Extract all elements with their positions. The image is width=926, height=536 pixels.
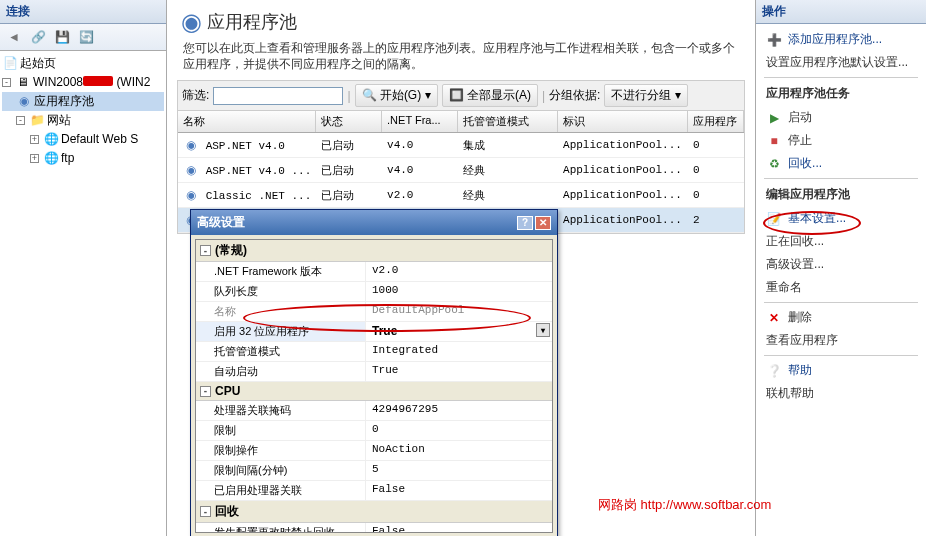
category-general[interactable]: -(常规) bbox=[196, 240, 552, 262]
back-icon: ◄ bbox=[6, 29, 22, 45]
table-row[interactable]: ◉ Classic .NET ...已启动v2.0经典ApplicationPo… bbox=[178, 183, 744, 208]
group-select[interactable]: 不进行分组 ▾ bbox=[604, 84, 687, 107]
action-add-pool[interactable]: ➕添加应用程序池... bbox=[756, 28, 926, 51]
tree-label: ftp bbox=[61, 150, 74, 167]
connect-button[interactable]: 🔗 bbox=[27, 26, 49, 48]
tree-site-default[interactable]: +🌐Default Web S bbox=[2, 130, 164, 149]
tree-sites[interactable]: -📁网站 bbox=[2, 111, 164, 130]
connections-header: 连接 bbox=[0, 0, 166, 24]
expand-icon[interactable]: + bbox=[30, 154, 39, 163]
action-basic-settings[interactable]: 📝基本设置... bbox=[756, 207, 926, 230]
prop-net-version[interactable]: .NET Framework 版本v2.0 bbox=[196, 262, 552, 282]
col-apps[interactable]: 应用程序 bbox=[688, 111, 744, 132]
globe-icon: 🌐 bbox=[43, 132, 59, 148]
action-stop[interactable]: ■停止 bbox=[756, 129, 926, 152]
help-icon: ❔ bbox=[766, 363, 782, 379]
collapse-icon[interactable]: - bbox=[200, 506, 211, 517]
expand-icon[interactable]: + bbox=[30, 135, 39, 144]
prop-enable-32bit[interactable]: 启用 32 位应用程序True▾ bbox=[196, 322, 552, 342]
tree-server[interactable]: -🖥WIN2008 (WIN2 bbox=[2, 73, 164, 92]
group-label: 分组依据: bbox=[549, 87, 600, 104]
dialog-title: 高级设置 bbox=[197, 214, 245, 231]
prop-name[interactable]: 名称DefaultAppPool bbox=[196, 302, 552, 322]
recycle-icon: ♻ bbox=[766, 156, 782, 172]
action-view-apps[interactable]: 查看应用程序 bbox=[756, 329, 926, 352]
prop-disable-recycle-config[interactable]: 发生配置更改时禁止回收False bbox=[196, 523, 552, 533]
prop-limit-action[interactable]: 限制操作NoAction bbox=[196, 441, 552, 461]
action-start[interactable]: ▶启动 bbox=[756, 106, 926, 129]
title-area: ◉ 应用程序池 bbox=[167, 0, 755, 40]
prop-queue-length[interactable]: 队列长度1000 bbox=[196, 282, 552, 302]
actions-header: 操作 bbox=[756, 0, 926, 24]
refresh-button[interactable]: 🔄 bbox=[75, 26, 97, 48]
section-pool-tasks: 应用程序池任务 bbox=[756, 81, 926, 106]
delete-icon: ✕ bbox=[766, 310, 782, 326]
stop-icon: ■ bbox=[766, 133, 782, 149]
col-status[interactable]: 状态 bbox=[316, 111, 382, 132]
table-row[interactable]: ◉ ASP.NET v4.0已启动v4.0集成ApplicationPool..… bbox=[178, 133, 744, 158]
watermark: 网路岗 http://www.softbar.com bbox=[598, 496, 771, 514]
tree-label: 应用程序池 bbox=[34, 93, 94, 110]
show-all-button[interactable]: 🔲 全部显示(A) bbox=[442, 84, 538, 107]
folder-icon: 📁 bbox=[29, 113, 45, 129]
dialog-help-button[interactable]: ? bbox=[517, 216, 533, 230]
col-name[interactable]: 名称 bbox=[178, 111, 316, 132]
prop-affinity-mask[interactable]: 处理器关联掩码4294967295 bbox=[196, 401, 552, 421]
dialog-titlebar[interactable]: 高级设置 ? ✕ bbox=[191, 210, 557, 235]
col-net[interactable]: .NET Fra... bbox=[382, 111, 458, 132]
tree-label: 网站 bbox=[47, 112, 71, 129]
pool-icon: ◉ bbox=[183, 14, 199, 30]
action-set-defaults[interactable]: 设置应用程序池默认设置... bbox=[756, 51, 926, 74]
action-advanced[interactable]: 高级设置... bbox=[756, 253, 926, 276]
collapse-icon[interactable]: - bbox=[200, 245, 211, 256]
filter-input[interactable] bbox=[213, 87, 343, 105]
page-description: 您可以在此页上查看和管理服务器上的应用程序池列表。应用程序池与工作进程相关联，包… bbox=[167, 40, 755, 80]
save-icon: 💾 bbox=[54, 29, 70, 45]
start-filter-button[interactable]: 🔍 开始(G) ▾ bbox=[355, 84, 438, 107]
col-identity[interactable]: 标识 bbox=[558, 111, 688, 132]
property-grid: -(常规) .NET Framework 版本v2.0 队列长度1000 名称D… bbox=[195, 239, 553, 533]
action-rename[interactable]: 重命名 bbox=[756, 276, 926, 299]
category-cpu[interactable]: -CPU bbox=[196, 382, 552, 401]
globe-icon: 🌐 bbox=[43, 151, 59, 167]
server-icon: 🖥 bbox=[15, 75, 31, 91]
prop-affinity-enabled[interactable]: 已启用处理器关联False bbox=[196, 481, 552, 501]
prop-auto-start[interactable]: 自动启动True bbox=[196, 362, 552, 382]
prop-pipeline-mode[interactable]: 托管管道模式Integrated bbox=[196, 342, 552, 362]
save-button[interactable]: 💾 bbox=[51, 26, 73, 48]
action-recycling[interactable]: 正在回收... bbox=[756, 230, 926, 253]
category-recycle[interactable]: -回收 bbox=[196, 501, 552, 523]
grid-header: 名称 状态 .NET Fra... 托管管道模式 标识 应用程序 bbox=[178, 111, 744, 133]
prop-limit-interval[interactable]: 限制间隔(分钟)5 bbox=[196, 461, 552, 481]
gear-icon: 📝 bbox=[766, 211, 782, 227]
collapse-icon[interactable]: - bbox=[2, 78, 11, 87]
add-icon: ➕ bbox=[766, 32, 782, 48]
tree-site-ftp[interactable]: +🌐ftp bbox=[2, 149, 164, 168]
col-mode[interactable]: 托管管道模式 bbox=[458, 111, 558, 132]
table-row[interactable]: ◉ ASP.NET v4.0 ...已启动v4.0经典ApplicationPo… bbox=[178, 158, 744, 183]
filter-label: 筛选: bbox=[182, 87, 209, 104]
tree-app-pools[interactable]: ◉应用程序池 bbox=[2, 92, 164, 111]
action-online-help[interactable]: 联机帮助 bbox=[756, 382, 926, 405]
action-delete[interactable]: ✕删除 bbox=[756, 306, 926, 329]
tree-label: Default Web S bbox=[61, 131, 138, 148]
tree-label: 起始页 bbox=[20, 55, 56, 72]
tree-label: WIN2008 (WIN2 bbox=[33, 74, 150, 91]
action-help[interactable]: ❔帮助 bbox=[756, 359, 926, 382]
section-edit-pool: 编辑应用程序池 bbox=[756, 182, 926, 207]
connections-toolbar: ◄ 🔗 💾 🔄 bbox=[0, 24, 166, 51]
page-icon: 📄 bbox=[2, 56, 18, 72]
dropdown-icon[interactable]: ▾ bbox=[536, 323, 550, 337]
prop-limit[interactable]: 限制0 bbox=[196, 421, 552, 441]
refresh-icon: 🔄 bbox=[78, 29, 94, 45]
dialog-close-button[interactable]: ✕ bbox=[535, 216, 551, 230]
filter-bar: 筛选: | 🔍 开始(G) ▾ 🔲 全部显示(A) | 分组依据: 不进行分组 … bbox=[177, 80, 745, 111]
pool-icon: ◉ bbox=[16, 94, 32, 110]
action-recycle[interactable]: ♻回收... bbox=[756, 152, 926, 175]
play-icon: ▶ bbox=[766, 110, 782, 126]
collapse-icon[interactable]: - bbox=[200, 386, 211, 397]
tree-start-page[interactable]: 📄起始页 bbox=[2, 54, 164, 73]
collapse-icon[interactable]: - bbox=[16, 116, 25, 125]
back-button[interactable]: ◄ bbox=[3, 26, 25, 48]
advanced-settings-dialog: 高级设置 ? ✕ -(常规) .NET Framework 版本v2.0 队列长… bbox=[190, 209, 558, 536]
